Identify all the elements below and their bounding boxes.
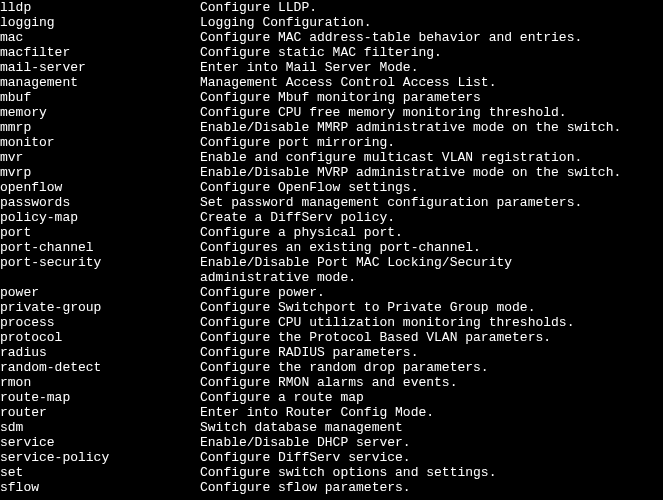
command-name: process (0, 315, 200, 330)
help-row: serviceEnable/Disable DHCP server. (0, 435, 663, 450)
help-row: mmrpEnable/Disable MMRP administrative m… (0, 120, 663, 135)
help-row: macConfigure MAC address-table behavior … (0, 30, 663, 45)
command-description: Configure OpenFlow settings. (200, 180, 418, 195)
help-row: mvrpEnable/Disable MVRP administrative m… (0, 165, 663, 180)
help-row: radiusConfigure RADIUS parameters. (0, 345, 663, 360)
command-description: Configure RADIUS parameters. (200, 345, 418, 360)
help-row: private-groupConfigure Switchport to Pri… (0, 300, 663, 315)
command-description: Enable/Disable DHCP server. (200, 435, 411, 450)
terminal-output: lldpConfigure LLDP.loggingLogging Config… (0, 0, 663, 495)
help-row: mbufConfigure Mbuf monitoring parameters (0, 90, 663, 105)
command-description: Configure power. (200, 285, 325, 300)
command-description: Configure the random drop parameters. (200, 360, 489, 375)
command-description: Set password management configuration pa… (200, 195, 582, 210)
help-row: routerEnter into Router Config Mode. (0, 405, 663, 420)
command-description: Switch database management (200, 420, 403, 435)
help-row: memoryConfigure CPU free memory monitori… (0, 105, 663, 120)
command-description: Enable/Disable MMRP administrative mode … (200, 120, 621, 135)
command-description: Logging Configuration. (200, 15, 372, 30)
help-row: sflowConfigure sflow parameters. (0, 480, 663, 495)
help-row: loggingLogging Configuration. (0, 15, 663, 30)
command-name: port (0, 225, 200, 240)
help-row: service-policyConfigure DiffServ service… (0, 450, 663, 465)
command-name: policy-map (0, 210, 200, 225)
help-row: policy-mapCreate a DiffServ policy. (0, 210, 663, 225)
help-row: powerConfigure power. (0, 285, 663, 300)
command-name: power (0, 285, 200, 300)
command-description: Enter into Router Config Mode. (200, 405, 434, 420)
help-row: administrative mode. (0, 270, 663, 285)
command-description: Configure a physical port. (200, 225, 403, 240)
command-description: Configure sflow parameters. (200, 480, 411, 495)
help-row: openflowConfigure OpenFlow settings. (0, 180, 663, 195)
command-name: openflow (0, 180, 200, 195)
command-name: random-detect (0, 360, 200, 375)
command-description: Enable/Disable Port MAC Locking/Security (200, 255, 512, 270)
command-name: lldp (0, 0, 200, 15)
command-name: port-security (0, 255, 200, 270)
help-row: processConfigure CPU utilization monitor… (0, 315, 663, 330)
help-row: protocolConfigure the Protocol Based VLA… (0, 330, 663, 345)
help-row: macfilterConfigure static MAC filtering. (0, 45, 663, 60)
command-description: Configure Mbuf monitoring parameters (200, 90, 481, 105)
command-description: Enter into Mail Server Mode. (200, 60, 418, 75)
command-name: mail-server (0, 60, 200, 75)
command-description: Enable and configure multicast VLAN regi… (200, 150, 582, 165)
command-description: Configure MAC address-table behavior and… (200, 30, 582, 45)
help-row: route-mapConfigure a route map (0, 390, 663, 405)
command-name: radius (0, 345, 200, 360)
help-row: mvrEnable and configure multicast VLAN r… (0, 150, 663, 165)
help-row: random-detectConfigure the random drop p… (0, 360, 663, 375)
help-row: sdmSwitch database management (0, 420, 663, 435)
command-name: mvr (0, 150, 200, 165)
command-name: mbuf (0, 90, 200, 105)
command-name: logging (0, 15, 200, 30)
command-description: Create a DiffServ policy. (200, 210, 395, 225)
help-row: rmonConfigure RMON alarms and events. (0, 375, 663, 390)
help-row: port-securityEnable/Disable Port MAC Loc… (0, 255, 663, 270)
command-name: macfilter (0, 45, 200, 60)
command-description: Configure a route map (200, 390, 364, 405)
help-row: mail-serverEnter into Mail Server Mode. (0, 60, 663, 75)
command-name: mac (0, 30, 200, 45)
command-name: service-policy (0, 450, 200, 465)
command-name: memory (0, 105, 200, 120)
command-description: Configure static MAC filtering. (200, 45, 442, 60)
help-row: managementManagement Access Control Acce… (0, 75, 663, 90)
command-description: Configure CPU free memory monitoring thr… (200, 105, 567, 120)
help-row: portConfigure a physical port. (0, 225, 663, 240)
command-name (0, 270, 200, 285)
command-description: Configure the Protocol Based VLAN parame… (200, 330, 551, 345)
command-name: set (0, 465, 200, 480)
help-row: passwordsSet password management configu… (0, 195, 663, 210)
command-description: administrative mode. (200, 270, 356, 285)
command-description: Configure RMON alarms and events. (200, 375, 457, 390)
command-description: Management Access Control Access List. (200, 75, 496, 90)
help-row: port-channelConfigures an existing port-… (0, 240, 663, 255)
command-name: passwords (0, 195, 200, 210)
command-name: mvrp (0, 165, 200, 180)
command-name: protocol (0, 330, 200, 345)
help-row: lldpConfigure LLDP. (0, 0, 663, 15)
command-description: Configure switch options and settings. (200, 465, 496, 480)
command-description: Configures an existing port-channel. (200, 240, 481, 255)
command-description: Configure DiffServ service. (200, 450, 411, 465)
command-description: Configure Switchport to Private Group mo… (200, 300, 535, 315)
command-name: port-channel (0, 240, 200, 255)
command-description: Configure CPU utilization monitoring thr… (200, 315, 574, 330)
command-description: Configure LLDP. (200, 0, 317, 15)
command-name: private-group (0, 300, 200, 315)
help-row: setConfigure switch options and settings… (0, 465, 663, 480)
command-name: mmrp (0, 120, 200, 135)
command-name: route-map (0, 390, 200, 405)
help-row: monitorConfigure port mirroring. (0, 135, 663, 150)
command-name: monitor (0, 135, 200, 150)
command-name: sflow (0, 480, 200, 495)
command-description: Configure port mirroring. (200, 135, 395, 150)
command-name: sdm (0, 420, 200, 435)
command-description: Enable/Disable MVRP administrative mode … (200, 165, 621, 180)
command-name: service (0, 435, 200, 450)
command-name: router (0, 405, 200, 420)
command-name: management (0, 75, 200, 90)
command-name: rmon (0, 375, 200, 390)
